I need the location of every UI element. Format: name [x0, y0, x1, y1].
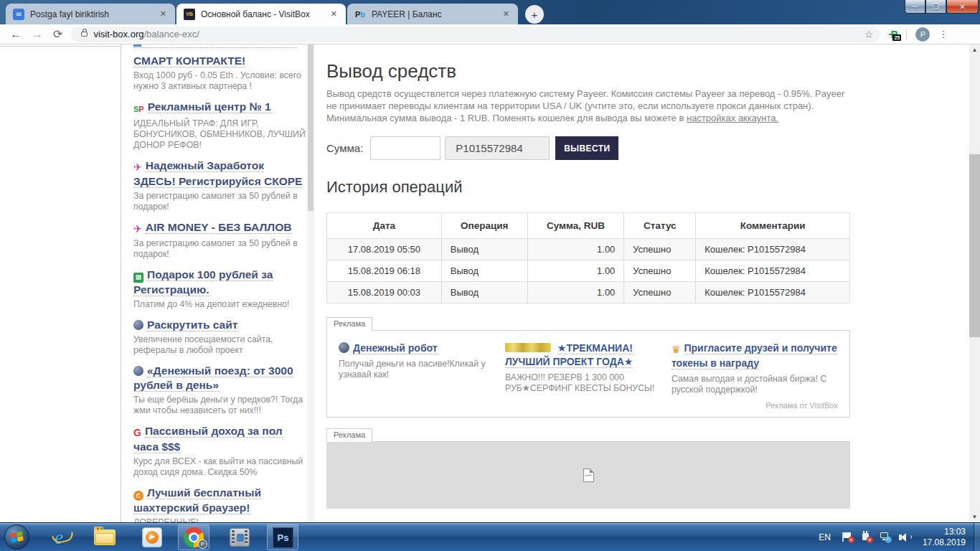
tab-title: Основной баланс - VisitBox	[201, 9, 328, 19]
sidebar-ad-promote-site: Раскрутить сайт Увеличение посещаемости …	[133, 318, 306, 356]
bookmark-star-icon[interactable]: ☆	[864, 29, 874, 40]
window-titlebar: ✉ Postga fayl biriktirish ✕ VB Основной …	[0, 0, 980, 24]
col-comments: Комментарии	[696, 213, 850, 239]
ad-link[interactable]: CЛучший бесплатный шахтерский браузер!	[133, 486, 306, 515]
tab-title: Postga fayl biriktirish	[30, 9, 157, 19]
tab-close-icon[interactable]: ✕	[500, 8, 512, 20]
forward-icon[interactable]: →	[32, 28, 43, 41]
broken-image-icon	[583, 468, 594, 482]
table-row: 15.08.2019 00:03 Вывод 1.00 Успешно Коше…	[327, 282, 850, 303]
panel-top-border	[0, 46, 121, 47]
tab-postga[interactable]: ✉ Postga fayl biriktirish ✕	[6, 4, 175, 24]
left-empty-panel	[0, 44, 121, 522]
col-sum: Сумма, RUB	[527, 213, 624, 239]
amount-input[interactable]	[370, 136, 440, 160]
sidebar-ad-smart-contract: СМАРТ КОНТРАКТЕ! Вход 1000 руб - 0.05 Et…	[133, 54, 306, 92]
ad-link[interactable]: ★ТРЕКМАНИА! ЛУЧШИЙ ПРОЕКТ ГОДА★	[505, 342, 656, 369]
new-tab-button[interactable]: +	[525, 5, 544, 24]
back-icon[interactable]: ←	[10, 28, 22, 41]
internet-explorer-icon[interactable]: e	[47, 526, 70, 549]
scroll-down-icon[interactable]: ▼	[969, 512, 980, 522]
payeer-extension-icon[interactable]: P 25	[890, 28, 897, 40]
withdraw-description: Вывод средств осуществлется через платеж…	[326, 88, 850, 124]
menu-kebab-icon[interactable]: ⋮	[938, 29, 948, 39]
ad-desc: Увеличение посещаемости сайта, рефералы …	[133, 334, 306, 356]
ad-link[interactable]: «Денежный поезд: от 3000 рублей в день»	[133, 364, 306, 392]
tab-title: PAYEER | Баланс	[372, 9, 500, 19]
browser-toolbar: ← → ⟳ visit-box.org/balance-exc/ ☆ P 25 …	[0, 24, 980, 44]
power-plug-icon[interactable]: ✕	[861, 532, 873, 543]
ad-link[interactable]: GПассивный доход за пол часа $$$	[133, 424, 306, 454]
show-desktop-button[interactable]	[974, 523, 980, 551]
cut-ad-icon	[133, 44, 141, 47]
photoshop-taskbar-button[interactable]: Ps	[267, 524, 298, 550]
tab-visitbox-active[interactable]: VB Основной баланс - VisitBox ✕	[176, 4, 346, 24]
ad-desc: ИДЕАЛЬНЫЙ ТРАФ: ДЛЯ ИГР, БОНУСНИКОВ, ОБМ…	[133, 118, 306, 151]
ad-link[interactable]: Денежный робот	[339, 342, 489, 355]
plane-icon: ✈	[133, 160, 142, 174]
lock-icon[interactable]	[81, 32, 88, 37]
url-text[interactable]: visit-box.org/balance-exc/	[93, 29, 199, 39]
ad-link[interactable]: ♛Пригласите друзей и получите токены в н…	[672, 342, 838, 370]
page-title: Вывод средств	[326, 60, 850, 83]
scroll-up-icon[interactable]: ▲	[969, 44, 980, 55]
ads-block-2: Реклама	[326, 428, 850, 509]
ad-link[interactable]: ✈AIR MONEY - БЕЗ БАЛЛОВ	[133, 220, 306, 236]
sp-logo-icon: SP	[133, 102, 144, 116]
banner-placeholder	[326, 441, 850, 509]
start-button[interactable]	[4, 524, 29, 550]
ad-trekmania: ★ТРЕКМАНИА! ЛУЧШИЙ ПРОЕКТ ГОДА★ ВАЖНО!!!…	[505, 342, 672, 410]
ad-link[interactable]: ✈Надежный Заработок ЗДЕСЬ! Регистрируйся…	[133, 159, 306, 189]
windows-taskbar: e P Ps EN ✕ ✕ 13:03 17.08.2019	[0, 522, 980, 551]
minimize-button[interactable]: ─	[905, 0, 925, 14]
mail-favicon-icon: ✉	[13, 9, 24, 20]
col-operation: Операция	[441, 213, 527, 239]
tab-close-icon[interactable]: ✕	[328, 8, 340, 20]
clock[interactable]: 13:03 17.08.2019	[923, 527, 966, 548]
account-settings-link[interactable]: настройках аккаунта.	[687, 113, 778, 123]
ad-link[interactable]: Раскрутить сайт	[133, 318, 306, 332]
explorer-folder-icon[interactable]	[93, 526, 116, 549]
speaker-icon[interactable]	[898, 532, 910, 543]
ad-link[interactable]: СМАРТ КОНТРАКТЕ!	[133, 54, 306, 68]
ads-block-1: Реклама Денежный робот Получай деньги на…	[326, 316, 850, 418]
ad-link[interactable]: SPРекламный центр № 1	[133, 100, 306, 116]
movie-app-icon[interactable]	[228, 526, 251, 549]
sidebar-ad-mining-browser: CЛучший бесплатный шахтерский браузер! Д…	[133, 486, 306, 522]
maximize-button[interactable]: ❐	[925, 0, 946, 14]
sidebar-ad-money-train: «Денежный поезд: от 3000 рублей в день» …	[133, 364, 306, 416]
g-letter-icon: G	[133, 425, 141, 440]
table-row: 17.08.2019 05:50 Вывод 1.00 Успешно Коше…	[327, 239, 850, 260]
visitbox-favicon-icon: VB	[184, 9, 195, 20]
page-scrollbar[interactable]: ▲ ▼	[969, 44, 980, 522]
page-scrollbar-thumb[interactable]	[969, 154, 980, 337]
amount-label: Сумма:	[326, 142, 363, 154]
media-player-icon[interactable]	[141, 526, 164, 549]
ads-attribution: Реклама от VisitBox	[672, 401, 838, 410]
ad-desc: Курс для ВСЕХ - как выйти на пассивный д…	[133, 456, 306, 478]
tab-payeer[interactable]: Pb PAYEER | Баланс ✕	[347, 4, 518, 24]
table-header-row: Дата Операция Сумма, RUB Статус Коммента…	[327, 213, 850, 239]
action-center-flag-icon[interactable]: ✕	[842, 532, 854, 543]
sidebar-scrollbar-thumb[interactable]	[308, 44, 314, 211]
withdraw-button[interactable]: ВЫВЕСТИ	[555, 136, 618, 160]
ad-desc: Самая выгодая и достойная биржа! С русск…	[672, 374, 838, 395]
address-bar[interactable]: visit-box.org/balance-exc/ ☆	[71, 27, 880, 42]
language-indicator[interactable]: EN	[819, 532, 831, 542]
reload-icon[interactable]: ⟳	[53, 27, 62, 41]
table-row: 15.08.2019 06:18 Вывод 1.00 Успешно Коше…	[327, 260, 850, 282]
ads-box: Денежный робот Получай деньги на пасиве!…	[326, 330, 850, 418]
tab-close-icon[interactable]: ✕	[157, 8, 169, 20]
ad-desc: ВАЖНО!!! РЕЗЕРВ 1 300 000 РУБ★СЕРФИНГ КВ…	[505, 372, 656, 394]
network-icon[interactable]	[880, 532, 892, 543]
ad-link[interactable]: ⅢПодарок 100 рублей за Регистрацию.	[133, 268, 306, 297]
close-button[interactable]: ✕	[946, 0, 979, 14]
sidebar-scrollbar[interactable]	[307, 44, 314, 522]
chrome-taskbar-button[interactable]: P	[178, 524, 209, 550]
wallet-field: P1015572984	[445, 136, 550, 160]
sidebar-ads: СМАРТ КОНТРАКТЕ! Вход 1000 руб - 0.05 Et…	[133, 44, 306, 522]
profile-avatar[interactable]: P	[915, 27, 930, 42]
main-content: Вывод средств Вывод средств осуществлетс…	[326, 44, 850, 522]
extension-badge: 25	[892, 34, 901, 41]
coins-image-icon	[505, 343, 551, 352]
